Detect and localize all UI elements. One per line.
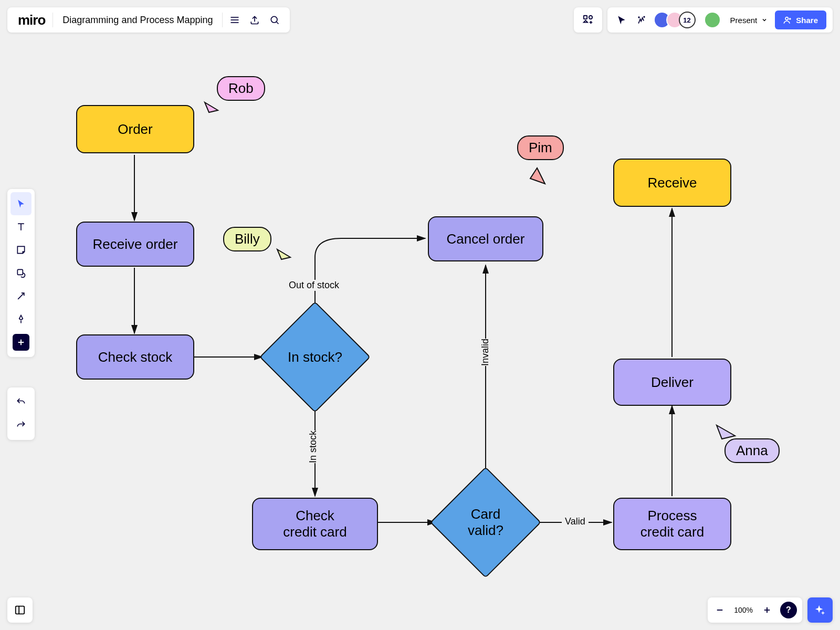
node-label: Receive <box>648 175 697 191</box>
node-check-credit-card[interactable]: Check credit card <box>252 498 378 550</box>
sparkle-icon <box>814 604 826 616</box>
select-tool[interactable] <box>10 192 32 215</box>
divider <box>222 13 223 27</box>
pen-tool[interactable] <box>10 308 32 331</box>
cursor-name: Rob <box>228 80 254 96</box>
node-in-stock-decision[interactable]: In stock? <box>276 318 354 396</box>
svg-line-27 <box>18 293 24 299</box>
help-button[interactable]: ? <box>780 602 797 618</box>
diagram-canvas[interactable]: Order Receive order Check stock In stock… <box>0 0 840 630</box>
zoom-out-button[interactable] <box>710 600 730 620</box>
present-label: Present <box>730 16 758 25</box>
share-label: Share <box>796 16 818 25</box>
zoom-level[interactable]: 100% <box>730 606 757 614</box>
node-process-credit-card[interactable]: Process credit card <box>613 498 731 550</box>
sticky-note-tool[interactable] <box>10 238 32 261</box>
undo-button[interactable] <box>10 391 32 414</box>
svg-point-21 <box>785 17 788 20</box>
present-button[interactable]: Present <box>723 10 773 29</box>
avatar[interactable] <box>704 12 721 28</box>
app-logo[interactable]: miro <box>13 12 50 28</box>
zoom-controls: 100% ? <box>708 597 802 623</box>
node-label: Order <box>118 121 152 138</box>
node-label: In stock? <box>288 349 342 365</box>
node-label: Deliver <box>651 374 694 391</box>
node-card-valid-decision[interactable]: Card valid? <box>446 483 525 562</box>
node-order[interactable]: Order <box>76 105 194 153</box>
text-tool[interactable] <box>10 215 32 238</box>
node-cancel-order[interactable]: Cancel order <box>428 216 543 261</box>
cursor-tag-billy: Billy <box>223 227 271 251</box>
reactions-icon[interactable] <box>632 10 652 30</box>
cursor-tag-pim: Pim <box>517 135 564 160</box>
node-label: Receive order <box>93 236 178 253</box>
edge-label-in-stock: In stock <box>304 430 322 463</box>
topbar-left: miro Diagramming and Process Mapping <box>7 7 290 33</box>
ai-assist-button[interactable] <box>807 597 833 623</box>
shapes-plus-icon <box>578 10 598 30</box>
node-receive-order[interactable]: Receive order <box>76 222 194 267</box>
svg-rect-31 <box>16 606 25 614</box>
divider <box>52 13 53 27</box>
add-more-tool[interactable] <box>13 334 29 351</box>
node-check-stock[interactable]: Check stock <box>76 334 194 380</box>
node-label: Cancel order <box>447 231 525 247</box>
node-label: Check stock <box>98 349 173 365</box>
zoom-in-button[interactable] <box>757 600 777 620</box>
panel-icon <box>14 604 26 616</box>
cursor-mode-icon[interactable] <box>612 10 632 30</box>
export-icon[interactable] <box>245 10 265 30</box>
edge-label-valid: Valid <box>562 516 589 527</box>
svg-point-13 <box>271 16 278 23</box>
topbar-right: 12 Present Share <box>574 7 833 33</box>
edge-label-out-of-stock: Out of stock <box>286 280 342 291</box>
search-icon[interactable] <box>265 10 285 30</box>
bottom-right-controls: 100% ? <box>708 597 833 623</box>
avatar-count[interactable]: 12 <box>679 12 696 28</box>
svg-line-14 <box>277 22 279 24</box>
cursor-tag-anna: Anna <box>724 438 780 463</box>
shapes-tool[interactable] <box>10 261 32 285</box>
left-toolbar <box>7 189 35 357</box>
edge-label-invalid: Invalid <box>477 339 494 366</box>
collaboration-bar: 12 Present Share <box>607 7 833 33</box>
redo-button[interactable] <box>10 414 32 437</box>
node-deliver[interactable]: Deliver <box>613 359 731 406</box>
node-receive[interactable]: Receive <box>613 159 731 207</box>
svg-point-20 <box>638 17 639 18</box>
person-add-icon <box>783 16 792 24</box>
board-title[interactable]: Diagramming and Process Mapping <box>55 15 220 26</box>
history-toolbar <box>7 387 35 440</box>
cursor-name: Billy <box>235 231 260 247</box>
frames-panel-button[interactable] <box>7 597 33 623</box>
node-label: Check credit card <box>283 508 346 540</box>
node-label: Card valid? <box>468 506 503 539</box>
connector-tool[interactable] <box>10 285 32 308</box>
svg-point-16 <box>589 16 592 19</box>
cursor-name: Pim <box>529 140 552 155</box>
avatar-stack[interactable]: 12 <box>652 12 723 28</box>
menu-icon[interactable] <box>225 10 245 30</box>
cursor-tag-rob: Rob <box>217 76 265 101</box>
add-apps-button[interactable] <box>574 7 602 33</box>
svg-point-19 <box>644 16 645 17</box>
svg-rect-15 <box>583 16 586 19</box>
chevron-down-icon <box>761 17 768 23</box>
share-button[interactable]: Share <box>775 10 826 29</box>
cursor-name: Anna <box>736 443 768 458</box>
svg-rect-26 <box>17 269 23 275</box>
node-label: Process credit card <box>640 508 704 540</box>
